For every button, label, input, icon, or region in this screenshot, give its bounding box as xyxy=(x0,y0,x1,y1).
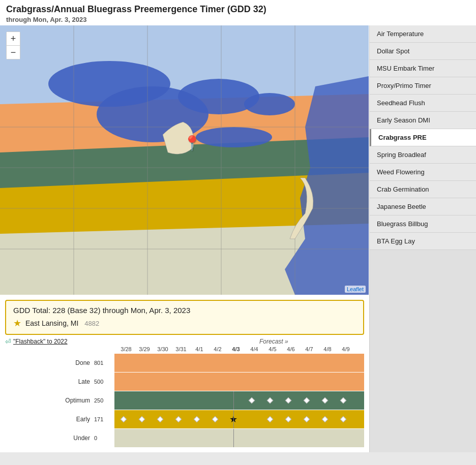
flashback-icon: ⏎ xyxy=(5,337,11,346)
sidebar-item-dollar-spot[interactable]: Dollar Spot xyxy=(370,43,476,60)
band-row-late: Late 500 xyxy=(5,373,364,391)
header: Crabgrass/Annual Bluegrass Preemergence … xyxy=(0,0,476,25)
band-row-under: Under 0 xyxy=(5,429,364,447)
diamond-early-10 xyxy=(304,416,310,423)
date-label-10: 4/7 xyxy=(300,346,318,352)
diamond-optimum-8 xyxy=(267,397,274,404)
date-label-9: 4/6 xyxy=(282,346,300,352)
band-value-early: 171 xyxy=(94,416,114,422)
band-label-late: Late xyxy=(5,378,94,385)
band-fill-optimum xyxy=(114,391,364,410)
subtitle-prefix: through xyxy=(6,16,31,23)
flashback-link[interactable]: "Flashback" to 2022 xyxy=(13,338,68,345)
sidebar-item-japanese-beetle[interactable]: Japanese Beetle xyxy=(370,198,476,215)
band-label-early: Early xyxy=(5,416,94,423)
gdd-total-text: GDD Total: 228 (Base 32) through Mon, Ap… xyxy=(13,306,356,315)
band-label-done: Done xyxy=(5,359,94,366)
chart-header: ⏎ "Flashback" to 2022 Forecast » xyxy=(117,338,364,345)
main-container: Crabgrass/Annual Bluegrass Preemergence … xyxy=(0,0,476,452)
band-row-done: Done 801 xyxy=(5,354,364,372)
sidebar-item-early-season-dmi[interactable]: Early Season DMI xyxy=(370,112,476,129)
sidebar-item-crab-germination[interactable]: Crab Germination xyxy=(370,181,476,198)
diamond-early-4 xyxy=(194,416,200,423)
diamond-early-12 xyxy=(340,416,347,423)
gdd-location: ★ East Lansing, MI 4882 xyxy=(13,318,356,329)
leaflet-credit[interactable]: Leaflet xyxy=(345,286,366,293)
map-wrapper[interactable]: 📍 + − Leaflet xyxy=(0,25,369,295)
band-fill-done xyxy=(114,354,364,372)
band-row-optimum: Optimum 250 xyxy=(5,391,364,410)
sidebar-item-proxy-primo[interactable]: Proxy/Primo Timer xyxy=(370,77,476,95)
location-name: East Lansing, MI xyxy=(25,319,78,327)
sidebar-item-seedhead-flush[interactable]: Seedhead Flush xyxy=(370,95,476,112)
map-section: 📍 + − Leaflet GDD Total: 228 (Base 32) t… xyxy=(0,25,369,452)
diamond-early-1 xyxy=(139,416,145,423)
diamond-optimum-12 xyxy=(340,397,347,404)
band-label-optimum: Optimum xyxy=(5,397,94,404)
diamond-optimum-9 xyxy=(285,397,292,404)
diamond-early-8 xyxy=(267,416,274,423)
zoom-out-button[interactable]: − xyxy=(7,46,20,59)
forecast-label: Forecast » xyxy=(259,338,288,345)
date-label-5: 4/2 xyxy=(209,346,227,352)
date-label-3: 3/31 xyxy=(172,346,190,352)
diamond-optimum-11 xyxy=(322,397,329,404)
location-pin: 📍 xyxy=(183,135,201,151)
sidebar-item-crabgrass-pre[interactable]: Crabgrass PRE xyxy=(370,129,476,146)
sidebar-item-spring-broadleaf[interactable]: Spring Broadleaf xyxy=(370,146,476,164)
gdd-box: GDD Total: 228 (Base 32) through Mon, Ap… xyxy=(5,300,364,335)
band-value-late: 500 xyxy=(94,379,114,385)
band-value-under: 0 xyxy=(94,435,114,441)
date-label-8: 4/5 xyxy=(263,346,282,352)
band-chart: Done 801 Late 500 Optimum xyxy=(5,354,364,447)
zoom-in-button[interactable]: + xyxy=(7,32,20,45)
date-label-11: 4/8 xyxy=(318,346,337,352)
chart-area: ⏎ "Flashback" to 2022 Forecast » 3/28 3/… xyxy=(5,338,364,447)
diamond-early-11 xyxy=(322,416,329,423)
sidebar: Air Temperature Dollar Spot MSU Embark T… xyxy=(369,25,476,452)
zoom-controls: + − xyxy=(6,32,20,59)
header-subtitle: through Mon, Apr. 3, 2023 xyxy=(6,16,470,23)
forecast-line-early xyxy=(233,410,234,428)
content-area: 📍 + − Leaflet GDD Total: 228 (Base 32) t… xyxy=(0,25,476,452)
band-label-under: Under xyxy=(5,435,94,442)
svg-point-7 xyxy=(48,61,170,107)
forecast-line-under xyxy=(233,429,234,447)
date-label-1: 3/29 xyxy=(135,346,154,352)
date-label-7: 4/4 xyxy=(245,346,263,352)
forecast-line-optimum xyxy=(233,391,234,410)
sidebar-item-bluegrass-billbug[interactable]: Bluegrass Billbug xyxy=(370,215,476,233)
band-row-early: Early 171 ★ xyxy=(5,410,364,428)
diamond-early-2 xyxy=(157,416,164,423)
sidebar-item-weed-flowering[interactable]: Weed Flowering xyxy=(370,164,476,181)
diamond-early-3 xyxy=(175,416,182,423)
date-label-12: 4/9 xyxy=(337,346,355,352)
band-fill-late xyxy=(114,373,364,391)
diamond-optimum-7 xyxy=(249,397,255,404)
subtitle-date: Mon, Apr. 3, 2023 xyxy=(33,16,87,23)
star-icon: ★ xyxy=(13,318,21,329)
band-fill-under xyxy=(114,429,364,447)
date-label-4: 4/1 xyxy=(190,346,209,352)
diamond-optimum-10 xyxy=(304,397,310,404)
diamond-early-9 xyxy=(285,416,292,423)
date-label-6: 4/3 xyxy=(227,346,245,352)
date-labels-row: 3/28 3/29 3/30 3/31 4/1 4/2 4/3 4/4 4/5 … xyxy=(117,346,364,352)
sidebar-item-air-temperature[interactable]: Air Temperature xyxy=(370,25,476,43)
svg-point-8 xyxy=(244,93,295,115)
sidebar-item-bta-egg-lay[interactable]: BTA Egg Lay xyxy=(370,233,476,250)
flashback-section: ⏎ "Flashback" to 2022 xyxy=(5,337,68,346)
page-title: Crabgrass/Annual Bluegrass Preemergence … xyxy=(6,4,470,15)
sidebar-item-msu-embark[interactable]: MSU Embark Timer xyxy=(370,60,476,77)
svg-point-9 xyxy=(196,127,272,147)
band-value-done: 801 xyxy=(94,360,114,366)
location-id: 4882 xyxy=(84,320,99,327)
map-svg xyxy=(0,25,369,295)
diamond-early-5 xyxy=(212,416,219,423)
diamond-early-0 xyxy=(121,416,127,423)
date-label-0: 3/28 xyxy=(117,346,135,352)
band-value-optimum: 250 xyxy=(94,397,114,404)
band-fill-early: ★ xyxy=(114,410,364,428)
date-label-2: 3/30 xyxy=(154,346,172,352)
